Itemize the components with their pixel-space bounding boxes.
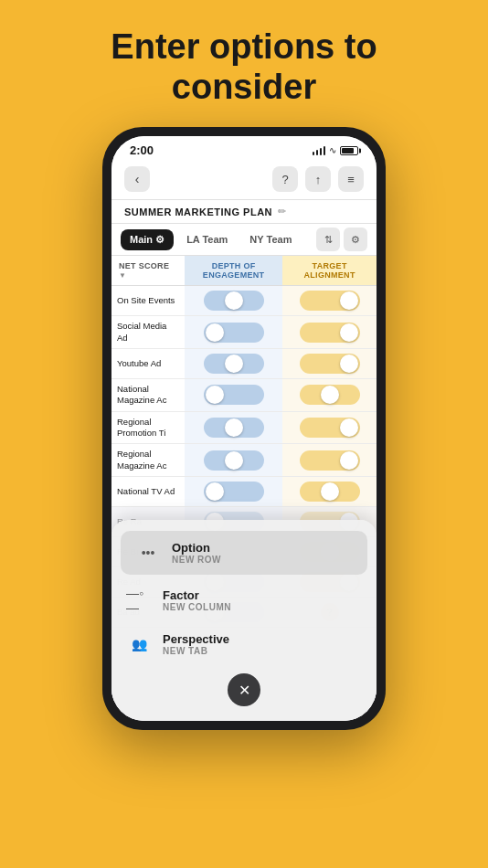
table-row: Social Media Ad <box>111 316 185 349</box>
factor-subtitle: NEW COLUMN <box>163 602 362 612</box>
option-title: Option <box>172 541 353 555</box>
slider-cell-yellow[interactable] <box>282 349 377 379</box>
table-row: Regional Promotion Ti <box>111 411 185 444</box>
dropdown-overlay: ••• Option NEW ROW —◦— Factor NEW COLUMN… <box>111 520 377 721</box>
slider-cell-blue[interactable] <box>185 316 282 349</box>
phone-shell: 2:00 ∿ ‹ ? ↑ ≡ <box>102 127 386 730</box>
factor-title: Factor <box>163 588 362 602</box>
perspective-icon: 👥 <box>126 631 152 657</box>
back-button[interactable]: ‹ <box>124 166 150 192</box>
slider-cell-yellow[interactable] <box>282 316 377 349</box>
table-row: National Magazine Ac <box>111 379 185 412</box>
close-btn-wrap: ✕ <box>111 673 377 706</box>
signal-icon <box>313 146 326 155</box>
status-icons: ∿ <box>313 145 359 155</box>
dropdown-item-perspective[interactable]: 👥 Perspective NEW TAB <box>111 622 377 666</box>
dropdown-item-option-texts: Option NEW ROW <box>172 541 353 565</box>
filter-icon-button[interactable]: ⇅ <box>316 228 340 251</box>
tab-la-team[interactable]: LA Team <box>177 229 237 249</box>
battery-icon <box>340 146 358 155</box>
edit-icon[interactable]: ✏ <box>278 206 286 217</box>
close-button[interactable]: ✕ <box>228 673 260 706</box>
slider-cell-blue[interactable] <box>185 477 282 507</box>
share-button[interactable]: ↑ <box>305 166 331 192</box>
slider-cell-blue[interactable] <box>185 379 282 412</box>
perspective-title: Perspective <box>163 632 362 646</box>
dropdown-item-option[interactable]: ••• Option NEW ROW <box>121 531 367 575</box>
tab-ny-team[interactable]: NY Team <box>240 229 301 249</box>
dropdown-item-factor-texts: Factor NEW COLUMN <box>163 588 362 612</box>
slider-cell-blue[interactable] <box>185 411 282 444</box>
nav-bar: ‹ ? ↑ ≡ <box>111 161 377 200</box>
slider-cell-yellow[interactable] <box>282 477 377 507</box>
option-subtitle: NEW ROW <box>172 555 353 565</box>
headline: Enter options to consider <box>0 27 488 107</box>
slider-cell-yellow[interactable] <box>282 444 377 477</box>
table-row: National TV Ad <box>111 477 185 507</box>
settings-icon-button[interactable]: ⚙ <box>344 228 367 251</box>
col-header-net-score: NET SCORE▼ <box>111 256 185 286</box>
tab-main[interactable]: Main ⚙ <box>121 229 174 250</box>
slider-cell-blue[interactable] <box>185 444 282 477</box>
slider-cell-yellow[interactable] <box>282 286 377 316</box>
plan-title-bar: SUMMER MARKETING PLAN ✏ <box>111 200 377 224</box>
perspective-subtitle: NEW TAB <box>163 646 362 656</box>
option-icon: ••• <box>135 540 161 566</box>
dropdown-item-perspective-texts: Perspective NEW TAB <box>163 632 362 656</box>
table-row: Regional Magazine Ac <box>111 444 185 477</box>
col-header-depth: DEPTH OFENGAGEMENT <box>185 256 282 286</box>
slider-cell-yellow[interactable] <box>282 379 377 412</box>
phone-screen: 2:00 ∿ ‹ ? ↑ ≡ <box>111 136 377 721</box>
tabs-bar: Main ⚙ LA Team NY Team ⇅ ⚙ <box>111 224 377 256</box>
slider-cell-blue[interactable] <box>185 349 282 379</box>
help-button[interactable]: ? <box>272 166 298 192</box>
nav-actions: ? ↑ ≡ <box>272 166 364 192</box>
status-time: 2:00 <box>130 143 154 157</box>
slider-cell-blue[interactable] <box>185 286 282 316</box>
wifi-icon: ∿ <box>329 145 336 155</box>
menu-button[interactable]: ≡ <box>338 166 364 192</box>
factor-icon: —◦— <box>126 587 152 613</box>
content-area: NET SCORE▼ DEPTH OFENGAGEMENT TARGETALIG… <box>111 256 377 721</box>
table-row: Youtube Ad <box>111 349 185 379</box>
slider-cell-yellow[interactable] <box>282 411 377 444</box>
status-bar: 2:00 ∿ <box>111 136 377 161</box>
dropdown-item-factor[interactable]: —◦— Factor NEW COLUMN <box>111 578 377 622</box>
table-row: On Site Events <box>111 286 185 316</box>
col-header-target: TARGETALIGNMENT <box>282 256 377 286</box>
plan-title: SUMMER MARKETING PLAN <box>124 206 272 217</box>
